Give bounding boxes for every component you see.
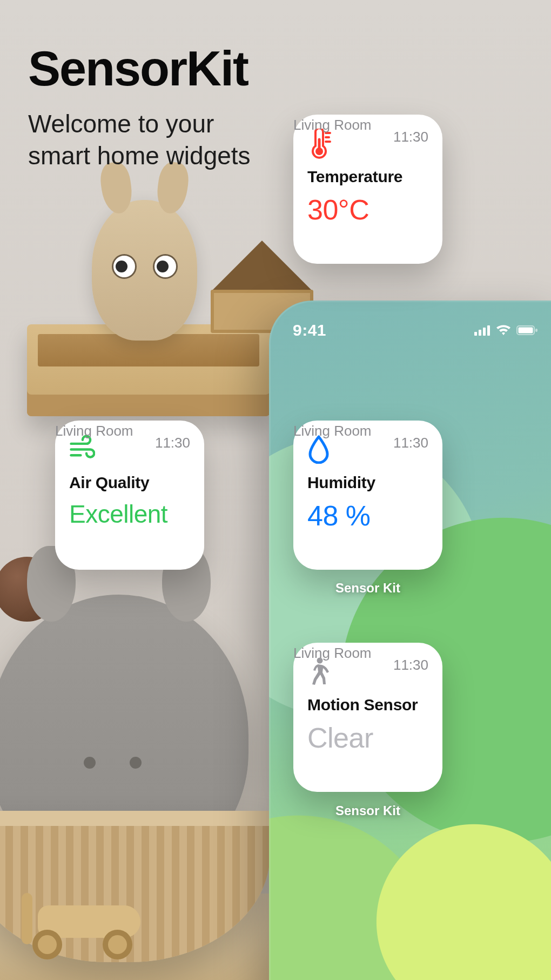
widget-room: Living Room	[55, 423, 204, 570]
subtitle-line-2: smart home widgets	[28, 142, 251, 170]
svg-rect-5	[519, 328, 533, 334]
widget-room: Living Room	[293, 423, 442, 570]
widget-room: Living Room	[293, 645, 442, 792]
wifi-icon	[496, 325, 511, 336]
cellular-icon	[474, 325, 490, 336]
phone-status-bar: 9:41	[293, 319, 538, 342]
air-quality-widget[interactable]: 11:30 Air Quality Living Room Excellent	[55, 421, 204, 570]
phone-clock: 9:41	[293, 321, 326, 339]
subtitle-line-1: Welcome to your	[28, 110, 214, 138]
page-subtitle: Welcome to your smart home widgets	[28, 108, 251, 172]
svg-rect-6	[535, 329, 537, 332]
temperature-widget[interactable]: 11:30 Temperature Living Room 30°C	[293, 115, 442, 264]
svg-rect-2	[483, 328, 486, 336]
plush-cat-decoration	[92, 200, 197, 341]
phone-status-icons	[474, 325, 538, 336]
toy-plane-decoration	[22, 886, 146, 959]
svg-rect-1	[479, 330, 481, 336]
humidity-widget[interactable]: 11:30 Humidity Living Room 48 %	[293, 421, 442, 570]
svg-rect-0	[474, 332, 477, 336]
battery-icon	[516, 325, 538, 336]
humidity-widget-caption: Sensor Kit	[293, 581, 442, 596]
widget-room: Living Room	[293, 117, 442, 264]
svg-rect-3	[487, 325, 490, 336]
page-title: SensorKit	[28, 41, 248, 97]
motion-widget[interactable]: 11:30 Motion Sensor Living Room Clear	[293, 643, 442, 792]
phone-mockup: 9:41	[269, 301, 551, 980]
motion-widget-caption: Sensor Kit	[293, 803, 442, 818]
